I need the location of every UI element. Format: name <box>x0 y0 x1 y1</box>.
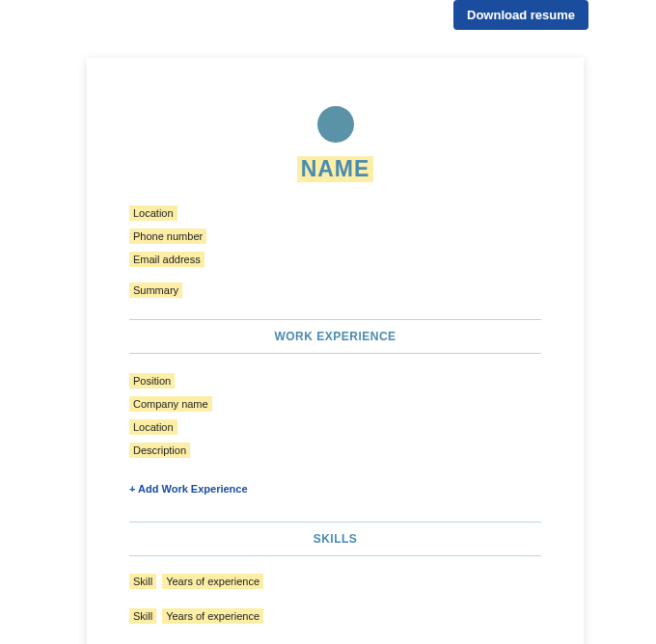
section-title-skills: SKILLS <box>129 523 541 555</box>
work-location-field[interactable]: Location <box>129 419 178 435</box>
skills-list: Skill Years of experience Skill Years of… <box>129 556 541 624</box>
section-title-work-experience: WORK EXPERIENCE <box>129 320 541 353</box>
name-field[interactable]: NAME <box>297 156 374 182</box>
add-work-experience-link[interactable]: + Add Work Experience <box>129 483 248 495</box>
phone-field[interactable]: Phone number <box>129 228 206 244</box>
avatar[interactable] <box>317 106 354 143</box>
email-field[interactable]: Email address <box>129 252 205 267</box>
skill-years-field[interactable]: Years of experience <box>162 574 263 589</box>
description-field[interactable]: Description <box>129 443 190 458</box>
download-resume-button[interactable]: Download resume <box>453 0 588 30</box>
contact-fields: Location Phone number Email address <box>129 203 541 273</box>
skill-row: Skill Years of experience <box>129 608 541 624</box>
skill-name-field[interactable]: Skill <box>129 608 156 624</box>
location-field[interactable]: Location <box>129 205 178 221</box>
summary-field[interactable]: Summary <box>129 282 182 298</box>
skill-name-field[interactable]: Skill <box>129 574 156 589</box>
resume-paper: NAME Location Phone number Email address… <box>87 58 584 644</box>
work-experience-entry: Position Company name Location Descripti… <box>129 354 541 464</box>
skill-row: Skill Years of experience <box>129 574 541 589</box>
company-field[interactable]: Company name <box>129 396 212 412</box>
skill-years-field[interactable]: Years of experience <box>162 608 263 624</box>
position-field[interactable]: Position <box>129 373 175 389</box>
